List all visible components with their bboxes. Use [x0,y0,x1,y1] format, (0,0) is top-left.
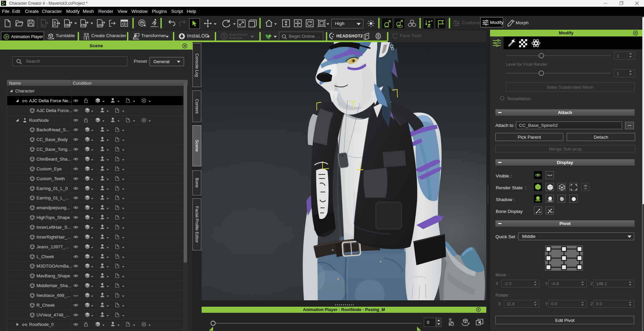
svg-text:USD: USD [98,23,104,27]
svg-text:IC: IC [42,24,45,27]
svg-text:FBX: FBX [81,23,87,27]
svg-text:OBJ: OBJ [65,23,71,27]
